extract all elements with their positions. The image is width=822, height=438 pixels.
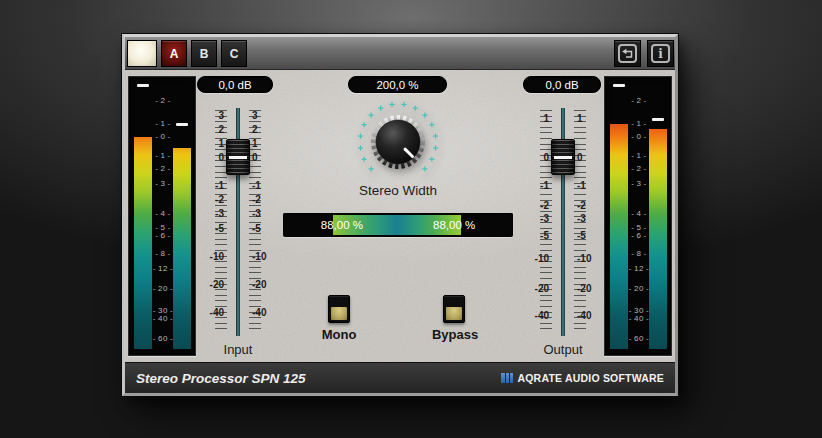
- desktop-background: A B C i - 2 -- 1 -- 0 -- 1 -- 2 -- 3: [0, 0, 822, 438]
- fader-scale-label: -1: [577, 180, 603, 191]
- mono-switch[interactable]: [328, 295, 350, 323]
- meter-bar-cover: [134, 83, 152, 137]
- fader-handle-line: [554, 156, 572, 159]
- fader-scale-label: -2: [198, 194, 224, 205]
- meter-scale-label: - 40 -: [626, 314, 652, 323]
- plugin-title: Stereo Processor SPN 125: [136, 371, 306, 386]
- meter-scale-label: - 40 -: [150, 314, 176, 323]
- fader-scale-label: 2: [252, 124, 278, 135]
- fader-scale-label: -20: [577, 283, 603, 294]
- preset-a-button[interactable]: A: [161, 40, 187, 67]
- output-fader-label: Output: [525, 342, 601, 357]
- plugin-window: A B C i - 2 -- 1 -- 0 -- 1 -- 2 -- 3: [122, 34, 678, 396]
- meter-peak-indicator: [137, 84, 149, 87]
- meter-scale-label: - 2 -: [150, 96, 176, 105]
- fader-scale-label: -10: [252, 251, 278, 262]
- fader-handle[interactable]: [551, 139, 575, 175]
- correlation-right-value: 88,00 %: [433, 213, 513, 237]
- meter-scale-label: - 1 -: [150, 151, 176, 160]
- meter-scale-label: - 60 -: [626, 334, 652, 343]
- meter-scale-label: - 1 -: [626, 119, 652, 128]
- fader-scale-label: 3: [252, 110, 278, 121]
- fader-scale-label: 2: [198, 124, 224, 135]
- stereo-width-display[interactable]: 200,0 %: [348, 76, 447, 93]
- fader-handle-line: [229, 156, 247, 159]
- fader-scale-label: -1: [198, 180, 224, 191]
- meter-scale-label: - 3 -: [150, 179, 176, 188]
- meter-peak-indicator: [176, 123, 188, 126]
- brand-text: AQRATE AUDIO SOFTWARE: [517, 372, 664, 384]
- fader-scale-label: -3: [523, 213, 549, 224]
- mono-label: Mono: [299, 327, 379, 342]
- fader-scale-label: -5: [198, 223, 224, 234]
- input-level-meter: - 2 -- 1 -- 0 -- 1 -- 2 -- 3 -- 4 -- 5 -…: [128, 76, 196, 356]
- main-panel: - 2 -- 1 -- 0 -- 1 -- 2 -- 3 -- 4 -- 5 -…: [125, 70, 675, 362]
- fader-scale-label: 1: [577, 113, 603, 124]
- fader-scale-label: -20: [198, 279, 224, 290]
- fader-scale-label: -5: [577, 230, 603, 241]
- titlebar: A B C i: [125, 37, 675, 70]
- fader-scale-label: 0: [523, 152, 549, 163]
- meter-scale-label: - 1 -: [626, 151, 652, 160]
- fader-scale-label: -2: [252, 194, 278, 205]
- preset-c-button[interactable]: C: [221, 40, 247, 67]
- meter-scale-label: - 2 -: [150, 164, 176, 173]
- meter-scale-label: - 12 -: [150, 264, 176, 273]
- stereo-width-label: Stereo Width: [338, 183, 458, 198]
- bypass-switch[interactable]: [443, 295, 465, 323]
- fader-scale-label: -1: [523, 180, 549, 191]
- bypass-switch-lamp: [446, 307, 462, 320]
- brand: AQRATE AUDIO SOFTWARE: [501, 372, 664, 384]
- mono-switch-lamp: [331, 307, 347, 320]
- correlation-left-value: 88,00 %: [283, 213, 363, 237]
- fader-scale-label: -40: [198, 307, 224, 318]
- meter-scale-label: - 8 -: [150, 249, 176, 258]
- undo-arrow-icon: [618, 44, 637, 63]
- meter-scale-label: - 6 -: [150, 231, 176, 240]
- meter-scale-label: - 60 -: [150, 334, 176, 343]
- fader-scale-label: -20: [252, 279, 278, 290]
- fader-scale-label: -10: [198, 251, 224, 262]
- meter-scale-label: - 20 -: [626, 284, 652, 293]
- meter-scale-label: - 2 -: [626, 164, 652, 173]
- input-gain-display[interactable]: 0,0 dB: [197, 76, 273, 93]
- preset-b-button[interactable]: B: [191, 40, 217, 67]
- fader-handle[interactable]: [226, 139, 250, 175]
- fader-scale-label: 1: [523, 113, 549, 124]
- fader-scale-label: -2: [523, 200, 549, 211]
- meter-scale-label: - 3 -: [626, 179, 652, 188]
- fader-scale-label: -5: [523, 230, 549, 241]
- fader-scale-label: 0: [252, 152, 278, 163]
- fader-scale-label: -10: [577, 253, 603, 264]
- fader-scale-label: 0: [577, 152, 603, 163]
- correlation-meter: 88,00 % 88,00 %: [283, 213, 513, 237]
- fader-scale-label: 1: [198, 138, 224, 149]
- output-fader[interactable]: 1100-1-1-2-2-3-3-5-5-10-10-20-20-40-40: [525, 110, 601, 360]
- meter-scale-label: - 20 -: [150, 284, 176, 293]
- fader-scale-label: -3: [252, 208, 278, 219]
- fader-scale-label: -40: [252, 307, 278, 318]
- meter-scale-label: - 6 -: [626, 231, 652, 240]
- input-fader-label: Input: [200, 342, 276, 357]
- fader-scale-label: 1: [252, 138, 278, 149]
- meter-scale-label: - 4 -: [626, 209, 652, 218]
- meter-scale-label: - 1 -: [150, 119, 176, 128]
- meter-peak-indicator: [613, 84, 625, 87]
- meter-scale-label: - 4 -: [150, 209, 176, 218]
- undo-button[interactable]: [614, 40, 641, 67]
- fader-scale-label: -20: [523, 283, 549, 294]
- meter-peak-indicator: [652, 118, 664, 121]
- stereo-width-knob[interactable]: [348, 92, 448, 192]
- info-button[interactable]: i: [647, 40, 674, 67]
- fader-scale-label: -40: [523, 310, 549, 321]
- bypass-label: Bypass: [415, 327, 495, 342]
- output-level-meter: - 2 -- 1 -- 0 -- 1 -- 2 -- 3 -- 4 -- 5 -…: [604, 76, 672, 356]
- output-gain-display[interactable]: 0,0 dB: [523, 76, 601, 93]
- fader-scale-label: -3: [577, 213, 603, 224]
- preset-lamp-button[interactable]: [127, 40, 157, 67]
- aqrate-logo-icon: [501, 373, 513, 383]
- info-icon: i: [651, 44, 670, 63]
- input-fader[interactable]: 33221100-1-1-2-2-3-3-5-5-10-10-20-20-40-…: [200, 110, 276, 360]
- fader-scale-label: -10: [523, 253, 549, 264]
- fader-scale-label: -40: [577, 310, 603, 321]
